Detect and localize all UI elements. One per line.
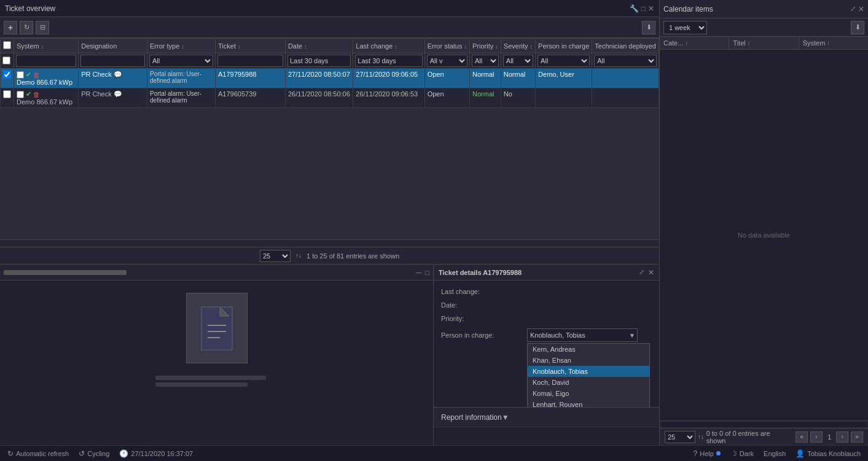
field-last-change: Last change: [441, 288, 652, 295]
filter-date[interactable] [287, 55, 351, 67]
dropdown-item-selected[interactable]: Knoblauch, Tobias [528, 366, 649, 377]
wrench-icon[interactable]: 🔧 [630, 4, 639, 13]
col-header-priority[interactable]: Priority ↕ [470, 39, 501, 53]
filter-priority[interactable]: All [472, 55, 499, 67]
ticket-overview-titlebar: Ticket overview 🔧 □ ✕ [0, 0, 659, 17]
cal-col-titel: Titel ↕ [729, 37, 799, 49]
blurred-text-1 [155, 376, 266, 380]
refresh-status-icon: ↻ [7, 449, 14, 458]
confirm-icon[interactable]: ✔ [26, 71, 31, 79]
minimize-icon-bottom[interactable]: ─ [416, 268, 421, 277]
filter-person[interactable]: All [538, 55, 590, 67]
filter-severity[interactable]: All [503, 55, 533, 67]
row-mark-1[interactable] [17, 71, 24, 79]
col-header-date[interactable]: Date ↕ [285, 39, 353, 53]
help-label: Help [700, 450, 714, 457]
clock-icon: 🕐 [119, 449, 128, 458]
expand-icon-bottom[interactable]: □ [425, 268, 429, 277]
col-header-error-status[interactable]: Error status ↕ [424, 39, 469, 53]
filter-error-type[interactable]: All [149, 55, 213, 67]
table-row[interactable]: ✔ 🗑 Demo 866.67 kWp PR Check 💬 Portal al… [1, 69, 659, 88]
datetime-status: 🕐 27/11/2020 16:37:07 [119, 449, 193, 458]
dropdown-item[interactable]: Koch, David [528, 377, 649, 388]
filter-error-status[interactable]: All v [427, 55, 467, 67]
table-hscroll[interactable] [0, 239, 659, 247]
report-info-label: Report information [441, 413, 502, 422]
row-check-1[interactable] [3, 71, 11, 79]
filter-last-change[interactable] [355, 55, 422, 67]
col-header-check [1, 39, 14, 53]
pagination-arrows[interactable]: ↑↓ [295, 252, 302, 259]
col-header-system[interactable]: System ↕ [14, 39, 79, 53]
user-status: 👤 Tobias Knoblauch [796, 449, 861, 458]
week-select[interactable]: 1 week 2 weeks [663, 21, 707, 34]
col-header-ticket[interactable]: Ticket ↕ [216, 39, 286, 53]
cal-page-last[interactable]: » [851, 432, 863, 443]
report-info-bar[interactable]: Report information ▼ [434, 407, 659, 427]
close-cal-icon[interactable]: ✕ [858, 5, 864, 14]
col-header-error-type[interactable]: Error type ↕ [147, 39, 216, 53]
dropdown-item[interactable]: Khan, Ehsan [528, 355, 649, 366]
dark-label: Dark [740, 450, 754, 457]
dropdown-item[interactable]: Komai, Eigo [528, 388, 649, 399]
row-check-2[interactable] [3, 90, 11, 98]
filter-ticket[interactable] [217, 55, 283, 67]
sort-titel-icon[interactable]: ↕ [748, 40, 751, 46]
confirm-icon-2[interactable]: ✔ [26, 90, 31, 98]
dropdown-item[interactable]: Lenhart, Rouven [528, 399, 649, 407]
pagination-info: 1 to 25 of 81 entries are shown [307, 252, 399, 260]
svg-rect-0 [201, 307, 232, 350]
language-selector[interactable]: English [764, 450, 786, 457]
help-status[interactable]: ? Help [694, 449, 721, 458]
cal-page-prev[interactable]: ‹ [810, 432, 823, 443]
refresh-button[interactable]: ↻ [20, 21, 33, 34]
col-header-last-change[interactable]: Last change ↕ [353, 39, 424, 53]
file-icon-large [186, 293, 248, 363]
cal-arrows[interactable]: ↑↓ [698, 433, 704, 440]
status-bar: ↻ Automatic refresh ↺ Cycling 🕐 27/11/20… [0, 445, 868, 461]
dark-mode-toggle[interactable]: ☽ Dark [730, 449, 754, 458]
field-date: Date: [441, 301, 652, 309]
sort-cate-icon[interactable]: ↕ [685, 40, 688, 46]
calendar-panel: Calendar items ⤢ ✕ 1 week 2 weeks ⬇ Cate… [659, 0, 868, 445]
filter-designation[interactable] [80, 55, 145, 67]
select-all-checkbox[interactable] [3, 41, 11, 49]
cycling-status: ↺ Cycling [79, 449, 109, 458]
resize-cal-icon[interactable]: ⤢ [850, 5, 856, 13]
close-ticket-icon[interactable]: ✕ [648, 268, 654, 277]
add-button[interactable]: + [4, 21, 17, 34]
sort-system-icon[interactable]: ↕ [827, 40, 830, 46]
resize-icon[interactable]: ⤢ [639, 268, 644, 276]
delete-icon-2[interactable]: 🗑 [33, 91, 40, 98]
person-charge-select[interactable]: Knoblauch, Tobias [527, 328, 638, 342]
calendar-title: Calendar items [663, 5, 850, 14]
cal-col-cate: Cate... ↕ [660, 37, 729, 49]
download-button[interactable]: ⬇ [642, 21, 655, 34]
dropdown-item[interactable]: Kern, Andreas [528, 344, 649, 355]
ticket-table-wrapper: System ↕ Designation Error type ↕ Ticket… [0, 38, 659, 239]
chevron-right-icon: ▼ [502, 413, 509, 422]
filter-technician[interactable]: All [594, 55, 657, 67]
cal-download-button[interactable]: ⬇ [851, 21, 864, 34]
user-name: Tobias Knoblauch [807, 450, 861, 457]
pagination-bar: 25 50 100 ↑↓ 1 to 25 of 81 entries are s… [0, 247, 659, 264]
delete-icon[interactable]: 🗑 [33, 71, 40, 79]
help-dot [716, 451, 721, 455]
cal-page-next[interactable]: › [836, 432, 848, 443]
row-mark-2[interactable] [17, 91, 24, 98]
per-page-select[interactable]: 25 50 100 [260, 250, 291, 262]
cal-per-page-select[interactable]: 25 [665, 431, 695, 443]
table-row[interactable]: ✔ 🗑 Demo 866.67 kWp PR Check 💬 Portal al… [1, 88, 659, 108]
user-icon: 👤 [796, 449, 805, 458]
col-header-severity[interactable]: Severity ↕ [501, 39, 535, 53]
ticket-overview-title: Ticket overview [5, 4, 630, 13]
filter-system[interactable] [16, 55, 76, 67]
close-icon[interactable]: ✕ [648, 4, 654, 13]
cal-page-first[interactable]: « [796, 432, 808, 443]
maximize-icon[interactable]: □ [641, 4, 646, 13]
cal-hscroll[interactable] [660, 420, 868, 428]
col-header-designation: Designation [79, 39, 147, 53]
filter-check[interactable] [2, 56, 10, 64]
filter-button[interactable]: ⊟ [36, 21, 49, 34]
blurred-text-2 [155, 382, 248, 387]
